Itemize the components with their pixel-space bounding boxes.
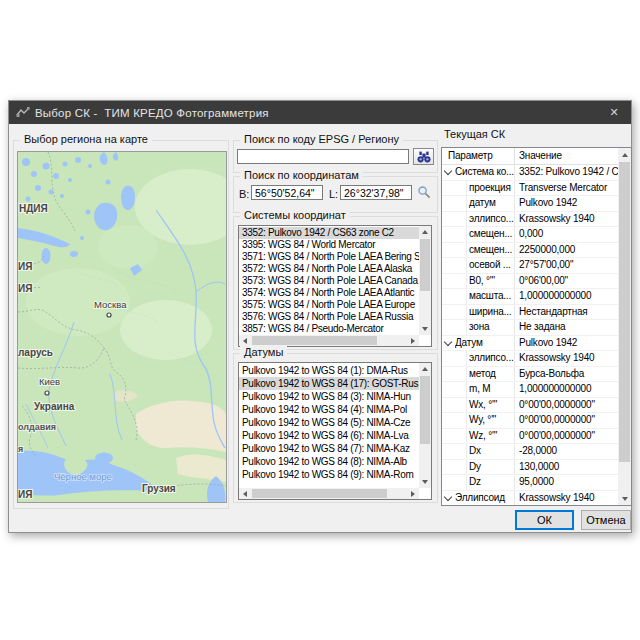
table-row[interactable]: Dy130,0000 bbox=[442, 460, 618, 476]
scroll-right-button[interactable] bbox=[407, 335, 419, 346]
titlebar[interactable]: Выбор СК - ТИМ КРЕДО Фотограмметрия ✕ bbox=[9, 101, 631, 124]
table-row[interactable]: эллипсо...Krassowsky 1940 bbox=[442, 212, 618, 228]
scroll-thumb[interactable] bbox=[619, 162, 630, 462]
table-row[interactable]: ДатумPulkovo 1942 bbox=[442, 336, 618, 352]
list-item[interactable]: Pulkovo 1942 to WGS 84 (4): NIMA-Pol bbox=[239, 403, 419, 416]
vertical-scrollbar[interactable] bbox=[419, 226, 431, 335]
chevron-down-icon[interactable] bbox=[444, 167, 452, 175]
triangle-down-icon bbox=[422, 327, 428, 331]
param-cell: Wy, °'" bbox=[466, 413, 514, 428]
table-row[interactable]: Dz95,0000 bbox=[442, 475, 618, 491]
map-label: ИЯ bbox=[18, 283, 32, 294]
list-item[interactable]: Pulkovo 1942 to WGS 84 (6): NIMA-Lva bbox=[239, 429, 419, 442]
datums-listbox[interactable]: Pulkovo 1942 to WGS 84 (1): DMA-RusPulko… bbox=[238, 362, 432, 500]
map-canvas[interactable]: НДИЯИЯИЯМоскваларусьКиевУкраинаолдавияяЧ… bbox=[17, 151, 227, 503]
triangle-right-icon bbox=[411, 338, 415, 344]
list-item[interactable]: Pulkovo 1942 to WGS 84 (3): NIMA-Hun bbox=[239, 390, 419, 403]
list-item[interactable]: 3576: WGS 84 / North Pole LAEA Russia bbox=[239, 311, 419, 323]
map-label: ларусь bbox=[18, 347, 53, 358]
row-gutter bbox=[442, 398, 455, 413]
scroll-right-button[interactable] bbox=[407, 488, 419, 499]
vertical-scrollbar[interactable] bbox=[618, 148, 631, 505]
chevron-down-icon[interactable] bbox=[444, 337, 452, 345]
scroll-left-button[interactable] bbox=[239, 488, 251, 499]
list-item[interactable]: 3572: WGS 84 / North Pole LAEA Alaska bbox=[239, 263, 419, 275]
close-button[interactable]: ✕ bbox=[597, 101, 631, 124]
value-cell: 0°00'00,0000000" bbox=[514, 429, 618, 444]
city-marker-icon bbox=[107, 313, 111, 317]
list-item[interactable]: Pulkovo 1942 to WGS 84 (17): GOST-Rus bbox=[239, 377, 419, 390]
ok-button[interactable]: ОК bbox=[515, 510, 574, 530]
table-row[interactable]: эллипсо...Krassowsky 1940 bbox=[442, 351, 618, 367]
table-row[interactable]: m, M1,000000000000 bbox=[442, 382, 618, 398]
param-cell: Dz bbox=[466, 475, 514, 490]
row-gutter bbox=[442, 320, 455, 335]
table-row[interactable]: Wy, °'"0°00'00,0000000" bbox=[442, 413, 618, 429]
window-title: Выбор СК - ТИМ КРЕДО Фотограмметрия bbox=[35, 107, 269, 119]
coord-search-button[interactable] bbox=[416, 184, 433, 201]
table-row[interactable]: зонаНе задана bbox=[442, 320, 618, 336]
latitude-input[interactable] bbox=[251, 185, 323, 200]
coordinate-system-dialog: Выбор СК - ТИМ КРЕДО Фотограмметрия ✕ Вы… bbox=[8, 100, 632, 533]
scroll-thumb[interactable] bbox=[252, 336, 377, 345]
horizontal-scrollbar[interactable] bbox=[239, 488, 419, 499]
list-item[interactable]: Pulkovo 1942 to WGS 84 (5): NIMA-Cze bbox=[239, 416, 419, 429]
longitude-input[interactable] bbox=[340, 185, 412, 200]
map-label: НДИЯ bbox=[19, 203, 48, 214]
list-item[interactable]: 3575: WGS 84 / North Pole LAEA Europe bbox=[239, 299, 419, 311]
list-item[interactable]: 3352: Pulkovo 1942 / CS63 zone C2 bbox=[239, 227, 419, 239]
list-item[interactable]: 3574: WGS 84 / North Pole LAEA Atlantic bbox=[239, 287, 419, 299]
table-row[interactable]: методБурса-Вольфа bbox=[442, 367, 618, 383]
value-cell: 2250000,000 bbox=[514, 243, 618, 258]
scroll-down-button[interactable] bbox=[419, 476, 431, 488]
table-row[interactable]: осевой ...27°57'00,00" bbox=[442, 258, 618, 274]
map-label: Чёрное море bbox=[54, 471, 112, 482]
list-item[interactable]: 3857: WGS 84 / Pseudo-Mercator bbox=[239, 323, 419, 335]
table-row[interactable]: Система ко...3352: Pulkovo 1942 / CS63 .… bbox=[442, 165, 618, 181]
current-cs-table: Параметр Значение Система ко...3352: Pul… bbox=[441, 147, 632, 506]
scroll-up-button[interactable] bbox=[618, 148, 631, 161]
scroll-thumb[interactable] bbox=[420, 376, 430, 444]
vertical-scrollbar[interactable] bbox=[419, 363, 431, 488]
cancel-button[interactable]: Отмена bbox=[581, 510, 631, 530]
table-row[interactable]: смещен...2250000,000 bbox=[442, 243, 618, 259]
column-header-param[interactable]: Параметр bbox=[442, 148, 514, 164]
scroll-thumb[interactable] bbox=[420, 239, 430, 291]
scroll-up-button[interactable] bbox=[419, 226, 431, 238]
chevron-down-icon[interactable] bbox=[444, 492, 452, 500]
epsg-search-button[interactable] bbox=[413, 148, 434, 165]
scroll-down-button[interactable] bbox=[419, 323, 431, 335]
cs-list: 3352: Pulkovo 1942 / CS63 zone C23395: W… bbox=[239, 227, 419, 335]
table-row[interactable]: В0, °'"0°06'00,00" bbox=[442, 274, 618, 290]
table-row[interactable]: датумPulkovo 1942 bbox=[442, 196, 618, 212]
table-row[interactable]: Wx, °'"0°00'00,0000000" bbox=[442, 398, 618, 414]
list-item[interactable]: 3395: WGS 84 / World Mercator bbox=[239, 239, 419, 251]
table-row[interactable]: ЭллипсоидKrassowsky 1940 bbox=[442, 491, 618, 507]
list-item[interactable]: Pulkovo 1942 to WGS 84 (8): NIMA-Alb bbox=[239, 455, 419, 468]
value-cell: 0°00'00,0000000" bbox=[514, 413, 618, 428]
table-row[interactable]: проекцияTransverse Mercator bbox=[442, 181, 618, 197]
table-row[interactable]: смещен...0,000 bbox=[442, 227, 618, 243]
list-item[interactable]: Pulkovo 1942 to WGS 84 (1): DMA-Rus bbox=[239, 364, 419, 377]
list-item[interactable]: 3571: WGS 84 / North Pole LAEA Bering Se… bbox=[239, 251, 419, 263]
horizontal-scrollbar[interactable] bbox=[239, 335, 419, 346]
list-item[interactable]: Pulkovo 1942 to WGS 84 (9): NIMA-Rom bbox=[239, 468, 419, 481]
table-row[interactable]: Wz, °'"0°00'00,0000000" bbox=[442, 429, 618, 445]
value-cell: 130,0000 bbox=[514, 460, 618, 475]
column-header-value[interactable]: Значение bbox=[514, 148, 618, 164]
epsg-search-input[interactable] bbox=[237, 149, 409, 164]
table-row[interactable]: ширина...Нестандартная bbox=[442, 305, 618, 321]
row-gutter bbox=[442, 305, 455, 320]
param-cell: эллипсо... bbox=[466, 212, 514, 227]
list-item[interactable]: 3573: WGS 84 / North Pole LAEA Canada bbox=[239, 275, 419, 287]
scroll-down-button[interactable] bbox=[618, 492, 631, 505]
list-item[interactable]: Pulkovo 1942 to WGS 84 (7): NIMA-Kaz bbox=[239, 442, 419, 455]
map-label: ИЯ bbox=[18, 261, 32, 272]
scroll-thumb[interactable] bbox=[252, 489, 387, 498]
table-row[interactable]: Dx-28,0000 bbox=[442, 444, 618, 460]
scroll-left-button[interactable] bbox=[239, 335, 251, 346]
table-row[interactable]: масшта...1,000000000000 bbox=[442, 289, 618, 305]
cs-listbox[interactable]: 3352: Pulkovo 1942 / CS63 zone C23395: W… bbox=[238, 225, 432, 347]
scroll-up-button[interactable] bbox=[419, 363, 431, 375]
value-cell: Krassowsky 1940 bbox=[514, 212, 618, 227]
